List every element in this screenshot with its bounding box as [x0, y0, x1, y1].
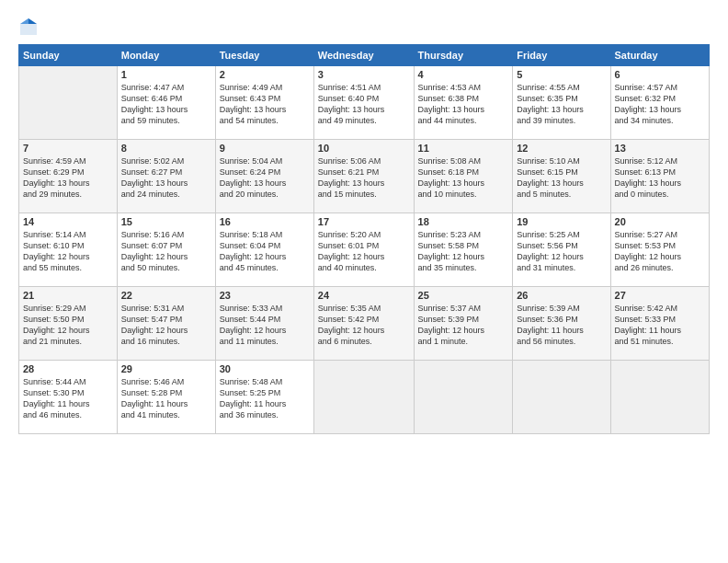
day-info: Sunrise: 5:06 AM Sunset: 6:21 PM Dayligh… [318, 155, 410, 201]
day-number: 10 [318, 143, 410, 154]
calendar-cell: 23Sunrise: 5:33 AM Sunset: 5:44 PM Dayli… [215, 287, 313, 361]
day-number: 21 [23, 290, 113, 301]
week-row-1: 7Sunrise: 4:59 AM Sunset: 6:29 PM Daylig… [19, 140, 710, 213]
svg-marker-2 [20, 18, 28, 24]
day-info: Sunrise: 5:44 AM Sunset: 5:30 PM Dayligh… [23, 376, 113, 421]
day-number: 28 [23, 363, 113, 374]
day-number: 30 [220, 363, 310, 374]
calendar-cell: 22Sunrise: 5:31 AM Sunset: 5:47 PM Dayli… [117, 287, 215, 361]
day-info: Sunrise: 5:12 AM Sunset: 6:13 PM Dayligh… [615, 155, 705, 201]
calendar-cell: 12Sunrise: 5:10 AM Sunset: 6:15 PM Dayli… [513, 140, 610, 213]
calendar-cell: 19Sunrise: 5:25 AM Sunset: 5:56 PM Dayli… [513, 213, 610, 287]
day-info: Sunrise: 5:35 AM Sunset: 5:42 PM Dayligh… [318, 303, 410, 348]
day-number: 29 [121, 363, 211, 374]
day-number: 26 [517, 290, 606, 301]
day-info: Sunrise: 5:37 AM Sunset: 5:39 PM Dayligh… [418, 303, 509, 348]
day-number: 8 [121, 143, 211, 154]
day-info: Sunrise: 5:31 AM Sunset: 5:47 PM Dayligh… [121, 303, 211, 348]
day-info: Sunrise: 5:10 AM Sunset: 6:15 PM Dayligh… [517, 155, 606, 201]
calendar-cell: 16Sunrise: 5:18 AM Sunset: 6:04 PM Dayli… [215, 213, 313, 287]
day-number: 11 [418, 143, 509, 154]
calendar-cell: 24Sunrise: 5:35 AM Sunset: 5:42 PM Dayli… [313, 287, 414, 361]
svg-marker-1 [28, 18, 37, 24]
day-info: Sunrise: 5:48 AM Sunset: 5:25 PM Dayligh… [220, 376, 310, 421]
week-row-0: 1Sunrise: 4:47 AM Sunset: 6:46 PM Daylig… [19, 66, 710, 140]
header [18, 17, 710, 37]
calendar-cell: 14Sunrise: 5:14 AM Sunset: 6:10 PM Dayli… [19, 213, 118, 287]
day-info: Sunrise: 5:20 AM Sunset: 6:01 PM Dayligh… [318, 229, 410, 274]
day-info: Sunrise: 5:18 AM Sunset: 6:04 PM Dayligh… [220, 229, 310, 274]
day-info: Sunrise: 5:16 AM Sunset: 6:07 PM Dayligh… [121, 229, 211, 274]
day-number: 6 [615, 69, 705, 80]
day-number: 5 [517, 69, 606, 80]
day-number: 1 [121, 69, 211, 80]
calendar-cell: 8Sunrise: 5:02 AM Sunset: 6:27 PM Daylig… [117, 140, 215, 213]
day-info: Sunrise: 4:53 AM Sunset: 6:38 PM Dayligh… [418, 82, 509, 127]
calendar-cell: 26Sunrise: 5:39 AM Sunset: 5:36 PM Dayli… [513, 287, 610, 361]
week-row-2: 14Sunrise: 5:14 AM Sunset: 6:10 PM Dayli… [19, 213, 710, 287]
day-number: 25 [418, 290, 509, 301]
page: SundayMondayTuesdayWednesdayThursdayFrid… [0, 0, 728, 563]
day-info: Sunrise: 5:14 AM Sunset: 6:10 PM Dayligh… [23, 229, 113, 274]
weekday-header-saturday: Saturday [610, 45, 709, 66]
day-number: 19 [517, 216, 606, 227]
calendar-cell: 18Sunrise: 5:23 AM Sunset: 5:58 PM Dayli… [414, 213, 513, 287]
day-number: 16 [220, 216, 310, 227]
day-info: Sunrise: 5:02 AM Sunset: 6:27 PM Dayligh… [121, 155, 211, 201]
day-number: 23 [220, 290, 310, 301]
day-info: Sunrise: 4:55 AM Sunset: 6:35 PM Dayligh… [517, 82, 606, 127]
calendar-cell: 13Sunrise: 5:12 AM Sunset: 6:13 PM Dayli… [610, 140, 709, 213]
weekday-header-row: SundayMondayTuesdayWednesdayThursdayFrid… [19, 45, 710, 66]
logo-icon [18, 17, 39, 37]
calendar-cell: 21Sunrise: 5:29 AM Sunset: 5:50 PM Dayli… [19, 287, 118, 361]
calendar-cell: 11Sunrise: 5:08 AM Sunset: 6:18 PM Dayli… [414, 140, 513, 213]
day-number: 14 [23, 216, 113, 227]
day-info: Sunrise: 4:51 AM Sunset: 6:40 PM Dayligh… [318, 82, 410, 127]
day-number: 15 [121, 216, 211, 227]
day-info: Sunrise: 5:27 AM Sunset: 5:53 PM Dayligh… [615, 229, 705, 274]
day-info: Sunrise: 4:47 AM Sunset: 6:46 PM Dayligh… [121, 82, 211, 127]
day-number: 7 [23, 143, 113, 154]
day-number: 20 [615, 216, 705, 227]
day-info: Sunrise: 5:39 AM Sunset: 5:36 PM Dayligh… [517, 303, 606, 348]
day-number: 9 [220, 143, 310, 154]
day-info: Sunrise: 4:57 AM Sunset: 6:32 PM Dayligh… [615, 82, 705, 127]
day-info: Sunrise: 5:04 AM Sunset: 6:24 PM Dayligh… [220, 155, 310, 201]
calendar-cell [610, 361, 709, 434]
calendar-cell [513, 361, 610, 434]
calendar-cell: 30Sunrise: 5:48 AM Sunset: 5:25 PM Dayli… [215, 361, 313, 434]
day-info: Sunrise: 4:49 AM Sunset: 6:43 PM Dayligh… [220, 82, 310, 127]
calendar-cell: 27Sunrise: 5:42 AM Sunset: 5:33 PM Dayli… [610, 287, 709, 361]
calendar-cell: 2Sunrise: 4:49 AM Sunset: 6:43 PM Daylig… [215, 66, 313, 140]
weekday-header-sunday: Sunday [19, 45, 118, 66]
day-number: 2 [220, 69, 310, 80]
calendar-cell: 3Sunrise: 4:51 AM Sunset: 6:40 PM Daylig… [313, 66, 414, 140]
calendar-cell: 25Sunrise: 5:37 AM Sunset: 5:39 PM Dayli… [414, 287, 513, 361]
day-info: Sunrise: 5:23 AM Sunset: 5:58 PM Dayligh… [418, 229, 509, 274]
weekday-header-monday: Monday [117, 45, 215, 66]
day-number: 27 [615, 290, 705, 301]
day-info: Sunrise: 5:29 AM Sunset: 5:50 PM Dayligh… [23, 303, 113, 348]
day-info: Sunrise: 4:59 AM Sunset: 6:29 PM Dayligh… [23, 155, 113, 201]
day-number: 4 [418, 69, 509, 80]
calendar-cell [313, 361, 414, 434]
day-info: Sunrise: 5:08 AM Sunset: 6:18 PM Dayligh… [418, 155, 509, 201]
calendar-cell: 1Sunrise: 4:47 AM Sunset: 6:46 PM Daylig… [117, 66, 215, 140]
weekday-header-tuesday: Tuesday [215, 45, 313, 66]
calendar-cell: 10Sunrise: 5:06 AM Sunset: 6:21 PM Dayli… [313, 140, 414, 213]
day-number: 12 [517, 143, 606, 154]
day-number: 22 [121, 290, 211, 301]
day-info: Sunrise: 5:42 AM Sunset: 5:33 PM Dayligh… [615, 303, 705, 348]
calendar-cell: 9Sunrise: 5:04 AM Sunset: 6:24 PM Daylig… [215, 140, 313, 213]
calendar-cell: 6Sunrise: 4:57 AM Sunset: 6:32 PM Daylig… [610, 66, 709, 140]
calendar-cell: 7Sunrise: 4:59 AM Sunset: 6:29 PM Daylig… [19, 140, 118, 213]
calendar-cell: 28Sunrise: 5:44 AM Sunset: 5:30 PM Dayli… [19, 361, 118, 434]
calendar-cell [19, 66, 118, 140]
week-row-3: 21Sunrise: 5:29 AM Sunset: 5:50 PM Dayli… [19, 287, 710, 361]
day-number: 13 [615, 143, 705, 154]
day-info: Sunrise: 5:46 AM Sunset: 5:28 PM Dayligh… [121, 376, 211, 421]
weekday-header-thursday: Thursday [414, 45, 513, 66]
calendar-cell: 15Sunrise: 5:16 AM Sunset: 6:07 PM Dayli… [117, 213, 215, 287]
weekday-header-friday: Friday [513, 45, 610, 66]
day-number: 18 [418, 216, 509, 227]
